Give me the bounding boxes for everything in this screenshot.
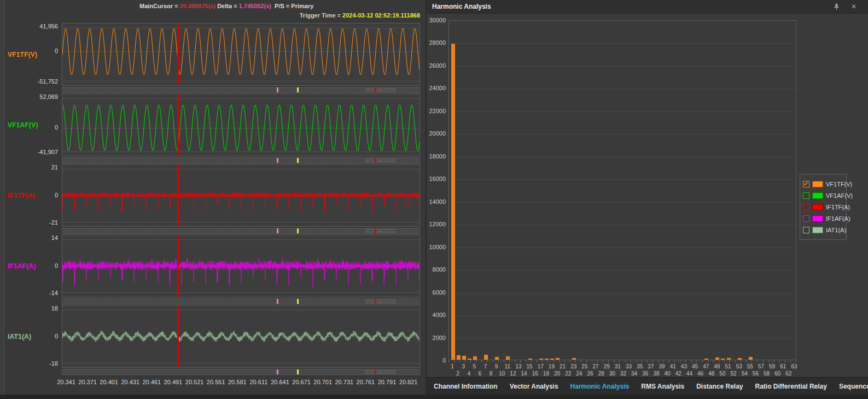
delta-value: 1.745052(s) bbox=[239, 3, 271, 9]
legend-checkbox[interactable] bbox=[803, 227, 809, 233]
tab-rms-analysis[interactable]: RMS Analysis bbox=[635, 378, 690, 395]
overview-scrollbar[interactable] bbox=[62, 157, 420, 163]
harmonic-x-label: 54 bbox=[742, 371, 748, 377]
harmonic-x-label: 26 bbox=[587, 371, 593, 377]
harmonic-chart: ✔VF1TF(V)VF1AF(V)IF1TF(A)IF1AF(A)IAT1(A)… bbox=[427, 14, 868, 374]
harmonic-x-ticks bbox=[448, 360, 796, 362]
channel-row: IF1TF(A)210-21 bbox=[0, 164, 426, 234]
main-cursor-line[interactable] bbox=[177, 94, 179, 156]
scrollbar-thumb[interactable] bbox=[365, 159, 395, 162]
time-tick-label: 20.491 bbox=[164, 379, 183, 385]
scrollbar-thumb[interactable] bbox=[365, 88, 395, 92]
y-zero-label: 0 bbox=[3, 333, 58, 339]
harmonic-y-label: 6000 bbox=[427, 289, 446, 296]
harmonic-bar-20 bbox=[556, 358, 560, 360]
marker-yellow bbox=[297, 299, 299, 304]
waveform-plot[interactable] bbox=[62, 93, 420, 156]
marker-yellow bbox=[297, 228, 299, 233]
waveform-plot[interactable] bbox=[62, 234, 420, 297]
harmonic-gridline bbox=[449, 225, 796, 225]
harmonic-x-label: 37 bbox=[648, 363, 654, 369]
main-cursor-line[interactable] bbox=[177, 24, 179, 85]
waveform-plot[interactable] bbox=[62, 305, 420, 368]
harmonic-x-label: 58 bbox=[764, 371, 770, 377]
marker-yellow bbox=[297, 158, 299, 163]
time-tick-label: 20.731 bbox=[335, 379, 353, 385]
legend-item[interactable]: IF1AF(A) bbox=[803, 213, 843, 224]
bottom-strip bbox=[0, 395, 868, 399]
harmonic-x-label: 52 bbox=[731, 371, 737, 377]
harmonic-x-label: 42 bbox=[675, 371, 681, 377]
harmonic-x-label: 6 bbox=[479, 371, 482, 377]
harmonic-bar-7 bbox=[484, 355, 488, 360]
main-cursor-line[interactable] bbox=[177, 235, 179, 297]
cursor-readout: MainCursor = 20.496975(s) Delta = 1.7450… bbox=[139, 3, 313, 9]
legend-item[interactable]: VF1AF(V) bbox=[803, 190, 843, 201]
marker-pink bbox=[277, 369, 278, 374]
legend-checkbox[interactable]: ✔ bbox=[803, 181, 809, 187]
y-zero-label: 0 bbox=[3, 262, 58, 269]
legend-item[interactable]: IF1TF(A) bbox=[803, 201, 843, 213]
trigger-time-value: 2024-03-12 02:52:19.111868 bbox=[342, 12, 420, 19]
overview-scrollbar[interactable] bbox=[62, 87, 420, 93]
waveform-plot[interactable] bbox=[62, 23, 420, 86]
harmonic-x-label: 49 bbox=[714, 363, 720, 369]
harmonic-x-label: 21 bbox=[560, 363, 566, 369]
harmonic-y-label: 0 bbox=[427, 357, 446, 363]
harmonic-x-label: 32 bbox=[620, 371, 626, 377]
tab-ratio-differential-relay[interactable]: Ratio Differential Relay bbox=[749, 378, 833, 395]
harmonic-x-label: 33 bbox=[626, 363, 632, 369]
overview-scrollbar[interactable] bbox=[62, 228, 420, 234]
y-max-label: 52,069 bbox=[3, 93, 58, 100]
harmonic-y-label: 16000 bbox=[427, 175, 446, 182]
legend-item[interactable]: ✔VF1TF(V) bbox=[803, 178, 843, 190]
harmonic-bar-55 bbox=[749, 357, 753, 360]
scrollbar-thumb[interactable] bbox=[365, 229, 395, 233]
pin-icon[interactable] bbox=[832, 2, 841, 11]
legend-checkbox[interactable] bbox=[803, 192, 809, 199]
harmonic-y-label: 4000 bbox=[427, 312, 446, 318]
close-icon[interactable]: ✕ bbox=[849, 2, 858, 11]
tab-distance-relay[interactable]: Distance Relay bbox=[690, 378, 749, 395]
harmonic-y-label: 28000 bbox=[427, 39, 446, 46]
harmonic-x-label: 61 bbox=[780, 363, 786, 369]
legend-swatch bbox=[812, 204, 823, 210]
main-cursor-line[interactable] bbox=[177, 306, 179, 367]
channel-row: VF1AF(V)52,0690-41,907 bbox=[0, 93, 426, 164]
harmonic-gridline bbox=[449, 89, 796, 89]
overview-scrollbar[interactable] bbox=[62, 369, 420, 375]
harmonic-x-label: 45 bbox=[692, 363, 698, 369]
tab-harmonic-analysis[interactable]: Harmonic Analysis bbox=[564, 378, 636, 395]
time-tick-label: 20.641 bbox=[271, 379, 289, 385]
scrollbar-thumb[interactable] bbox=[365, 370, 395, 374]
harmonic-x-label: 56 bbox=[753, 371, 759, 377]
tab-vector-analysis[interactable]: Vector Analysis bbox=[504, 378, 564, 395]
tab-sequence[interactable]: Sequence bbox=[833, 378, 868, 395]
legend-label: IAT1(A) bbox=[826, 227, 846, 233]
tab-channel-information[interactable]: Channel Information bbox=[428, 378, 504, 395]
legend-item[interactable]: IAT1(A) bbox=[803, 224, 843, 236]
scrollbar-thumb[interactable] bbox=[365, 300, 395, 303]
harmonic-gridline bbox=[449, 270, 796, 271]
marker-pink bbox=[277, 87, 278, 92]
overview-scrollbar[interactable] bbox=[62, 298, 420, 304]
harmonic-x-label: 22 bbox=[565, 371, 571, 377]
panel-title: Harmonic Analysis bbox=[432, 3, 491, 10]
harmonic-x-label: 62 bbox=[785, 371, 791, 377]
legend-checkbox[interactable] bbox=[803, 204, 809, 210]
legend-label: VF1TF(V) bbox=[826, 181, 852, 187]
harmonic-bar-1 bbox=[451, 44, 455, 360]
harmonic-plot-area[interactable] bbox=[448, 20, 796, 360]
waveform-plot[interactable] bbox=[62, 164, 420, 227]
harmonic-x-label: 3 bbox=[462, 363, 465, 369]
harmonic-gridline bbox=[449, 338, 796, 339]
harmonic-x-label: 31 bbox=[615, 363, 621, 369]
channel-yaxis: VF1TF(V)41,9560-51,752 bbox=[0, 23, 61, 86]
time-tick-label: 20.671 bbox=[292, 379, 311, 385]
main-cursor-line[interactable] bbox=[177, 165, 179, 226]
y-min-label: -18 bbox=[3, 360, 58, 367]
harmonic-x-label: 5 bbox=[473, 363, 476, 369]
legend-label: VF1AF(V) bbox=[826, 192, 853, 199]
harmonic-x-label: 14 bbox=[521, 371, 527, 377]
legend-checkbox[interactable] bbox=[803, 215, 809, 222]
